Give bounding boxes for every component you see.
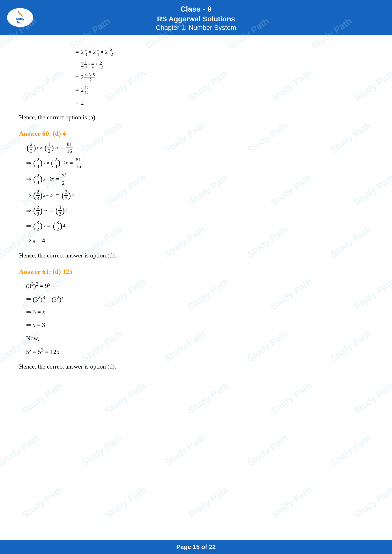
a61-line-5: Now,	[26, 332, 373, 344]
book-label: RS Aggarwal Solutions	[156, 14, 236, 23]
page-footer: Page 15 of 22	[0, 540, 392, 554]
logo-path-text: Path	[17, 21, 23, 24]
a60-line-4: ⇒ ( 2 3 ) x − 2x = ( 3 2 ) 4	[26, 189, 373, 202]
answer61-math: (33)2 = 9x ⇒ (32)3 = (32)x ⇒ 3 = x ⇒ x =…	[26, 279, 373, 358]
conclusion-60: Hence, the correct answer is option (d).	[19, 250, 373, 261]
header-titles: Class - 9 RS Aggarwal Solutions Chapter …	[156, 4, 236, 32]
logo-circle: ✏️ Study Path	[7, 8, 33, 27]
eq-line-2: = 2 1 3 + 1 4 + 5 12	[73, 59, 373, 70]
a61-line-6: 5x = 53 = 125	[26, 345, 373, 358]
a60-line-6: ⇒ ( 3 2 ) x = ( 3 2 ) 4	[26, 220, 373, 233]
a60-line-1: ( 2 3 ) x × ( 3 2 ) 2x = 81 16	[26, 141, 373, 154]
logo-icon: ✏️	[17, 11, 23, 17]
page-header: ✏️ Study Path Class - 9 RS Aggarwal Solu…	[0, 0, 392, 35]
logo: ✏️ Study Path	[5, 7, 35, 28]
chapter-label: Chapter 1: Number System	[156, 23, 236, 32]
a60-line-2: ⇒ ( 2 3 ) x × ( 2 3 ) −2x =	[26, 157, 373, 170]
answer60-heading: Answer 60: (d) 4	[19, 130, 373, 137]
a60-line-5: ⇒ ( 2 3 ) −x = ( 3 2 ) 4	[26, 204, 373, 217]
a61-line-4: ⇒ x = 3	[26, 319, 373, 331]
answer61-heading: Answer 61: (d) 125	[19, 268, 373, 276]
a60-line-7: ⇒ x = 4	[26, 235, 373, 246]
eq-line-5: = 2	[73, 97, 373, 109]
main-content: = 2 1 3 × 2 1 4 × 2 5 12 = 2	[0, 35, 392, 379]
section1-math: = 2 1 3 × 2 1 4 × 2 5 12 = 2	[26, 46, 373, 109]
a61-line-2: ⇒ (32)3 = (32)x	[26, 293, 373, 305]
page-number: Page 15 of 22	[176, 543, 216, 550]
eq-line-1: = 2 1 3 × 2 1 4 × 2 5 12	[73, 46, 373, 58]
conclusion-1: Hence, the correct option is (a).	[19, 112, 373, 123]
eq-line-3: = 2 4+3+5 12	[73, 71, 373, 83]
eq-line-4: = 2 12 12	[73, 84, 373, 96]
logo-study-text: Study	[16, 17, 24, 21]
conclusion-61: Hence, the correct answer is option (d).	[19, 361, 373, 372]
class-label: Class - 9	[156, 4, 236, 14]
a60-line-3: ⇒ ( 2 3 ) x − 2x = 34 24	[26, 172, 373, 187]
a61-line-1: (33)2 = 9x	[26, 279, 373, 292]
answer60-math: ( 2 3 ) x × ( 3 2 ) 2x = 81 16	[26, 141, 373, 247]
a61-line-3: ⇒ 3 = x	[26, 306, 373, 318]
